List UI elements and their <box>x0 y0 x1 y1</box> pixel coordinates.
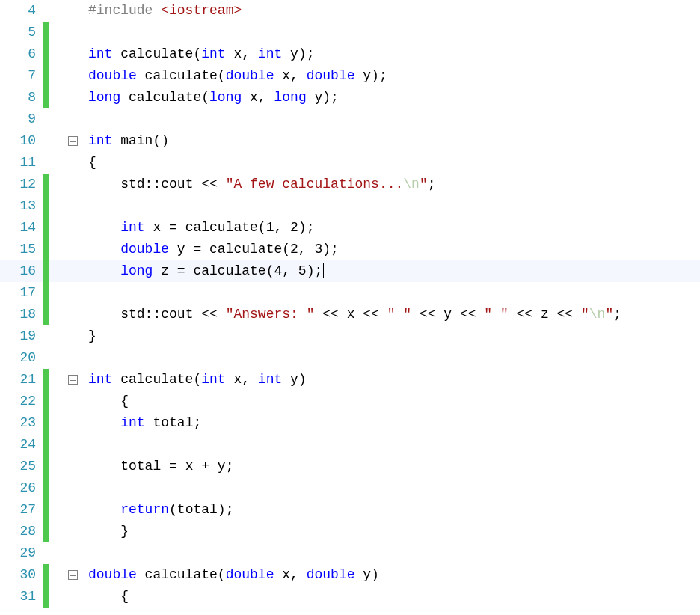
token: " <box>420 177 428 192</box>
code-content[interactable]: int x = calculate(1, 2); <box>88 217 700 239</box>
token: << y << <box>411 307 484 322</box>
change-bar <box>43 304 49 325</box>
code-content[interactable]: int main() <box>88 130 700 152</box>
code-content[interactable]: double calculate(double x, double y) <box>88 564 700 586</box>
code-line[interactable]: 19} <box>0 325 700 347</box>
token: double <box>226 68 274 83</box>
code-line[interactable]: 12 std::cout << "A few calculations...\n… <box>0 174 700 195</box>
code-content[interactable]: int calculate(int x, int y); <box>88 43 700 65</box>
code-line[interactable]: 25 total = x + y; <box>0 456 700 477</box>
code-line[interactable]: 27 return(total); <box>0 499 700 521</box>
code-content[interactable]: } <box>88 521 700 542</box>
change-gutter <box>40 521 66 542</box>
change-gutter <box>40 456 66 477</box>
code-content[interactable]: { <box>88 152 700 174</box>
indent-guide <box>79 347 88 369</box>
code-line[interactable]: 13 <box>0 195 700 217</box>
code-line[interactable]: 6int calculate(int x, int y); <box>0 43 700 65</box>
code-content[interactable]: double y = calculate(2, 3); <box>88 239 700 260</box>
code-content[interactable] <box>88 434 700 456</box>
code-content[interactable] <box>88 22 700 43</box>
line-number: 16 <box>0 260 40 282</box>
code-content[interactable]: std::cout << "A few calculations...\n"; <box>88 174 700 195</box>
change-gutter <box>40 586 66 608</box>
change-bar <box>43 22 49 43</box>
code-content[interactable]: #include <iostream> <box>88 0 700 22</box>
outline-gutter <box>66 586 79 608</box>
code-line[interactable]: 10int main() <box>0 130 700 152</box>
indent-guide <box>79 521 88 542</box>
outline-gutter[interactable] <box>66 130 79 152</box>
indent-guide <box>79 456 88 477</box>
token: long <box>274 90 306 105</box>
outline-gutter[interactable] <box>66 369 79 391</box>
outline-gutter <box>66 304 79 325</box>
code-content[interactable]: double calculate(double x, double y); <box>88 65 700 87</box>
token: "Answers: " <box>226 307 315 322</box>
code-content[interactable] <box>88 542 700 564</box>
code-line[interactable]: 16 long z = calculate(4, 5); <box>0 260 700 282</box>
code-content[interactable] <box>88 108 700 130</box>
line-number: 4 <box>0 0 40 22</box>
code-line[interactable]: 7double calculate(double x, double y); <box>0 65 700 87</box>
code-content[interactable]: return(total); <box>88 499 700 521</box>
code-content[interactable]: total = x + y; <box>88 456 700 477</box>
code-line[interactable]: 30double calculate(double x, double y) <box>0 564 700 586</box>
line-number: 19 <box>0 325 40 347</box>
code-content[interactable]: int total; <box>88 412 700 434</box>
token: long <box>120 263 153 278</box>
token: { <box>120 394 129 409</box>
code-content[interactable] <box>88 195 700 217</box>
code-line[interactable]: 14 int x = calculate(1, 2); <box>0 217 700 239</box>
code-content[interactable]: std::cout << "Answers: " << x << " " << … <box>88 304 700 325</box>
code-content[interactable] <box>88 477 700 499</box>
outline-gutter <box>66 521 79 542</box>
change-gutter <box>40 499 66 521</box>
code-line[interactable]: 11{ <box>0 152 700 174</box>
code-content[interactable]: long z = calculate(4, 5); <box>88 260 700 282</box>
code-content[interactable]: int calculate(int x, int y) <box>88 369 700 391</box>
code-line[interactable]: 9 <box>0 108 700 130</box>
outline-gutter <box>66 499 79 521</box>
code-content[interactable]: long calculate(long x, long y); <box>88 87 700 108</box>
change-bar <box>43 477 49 499</box>
indent-guide <box>79 282 88 304</box>
indent-guide <box>79 434 88 456</box>
change-gutter <box>40 217 66 239</box>
token: " <box>581 307 589 322</box>
outline-gutter <box>66 325 79 347</box>
token: y) <box>282 372 306 387</box>
code-line[interactable]: 28 } <box>0 521 700 542</box>
code-line[interactable]: 15 double y = calculate(2, 3); <box>0 239 700 260</box>
code-content[interactable]: { <box>88 586 700 608</box>
token: calculate( <box>137 567 226 582</box>
code-line[interactable]: 23 int total; <box>0 412 700 434</box>
change-bar <box>43 174 49 195</box>
code-line[interactable]: 29 <box>0 542 700 564</box>
code-content[interactable] <box>88 282 700 304</box>
code-line[interactable]: 8long calculate(long x, long y); <box>0 87 700 108</box>
code-line[interactable]: 5 <box>0 22 700 43</box>
indent-guide <box>79 564 88 586</box>
code-content[interactable] <box>88 347 700 369</box>
code-line[interactable]: 22 { <box>0 391 700 412</box>
code-line[interactable]: 17 <box>0 282 700 304</box>
indent-guide <box>79 586 88 608</box>
code-line[interactable]: 31 { <box>0 586 700 608</box>
collapse-toggle-icon[interactable] <box>68 570 78 580</box>
code-line[interactable]: 18 std::cout << "Answers: " << x << " " … <box>0 304 700 325</box>
collapse-toggle-icon[interactable] <box>68 375 78 385</box>
code-content[interactable]: { <box>88 391 700 412</box>
code-line[interactable]: 21int calculate(int x, int y) <box>0 369 700 391</box>
code-line[interactable]: 26 <box>0 477 700 499</box>
outline-gutter <box>66 391 79 412</box>
code-line[interactable]: 24 <box>0 434 700 456</box>
code-line[interactable]: 20 <box>0 347 700 369</box>
code-editor[interactable]: 4#include <iostream>56int calculate(int … <box>0 0 700 608</box>
outline-gutter[interactable] <box>66 564 79 586</box>
code-line[interactable]: 4#include <iostream> <box>0 0 700 22</box>
collapse-toggle-icon[interactable] <box>68 136 78 146</box>
code-content[interactable]: } <box>88 325 700 347</box>
indent-guide <box>79 195 88 217</box>
token: } <box>88 328 96 343</box>
